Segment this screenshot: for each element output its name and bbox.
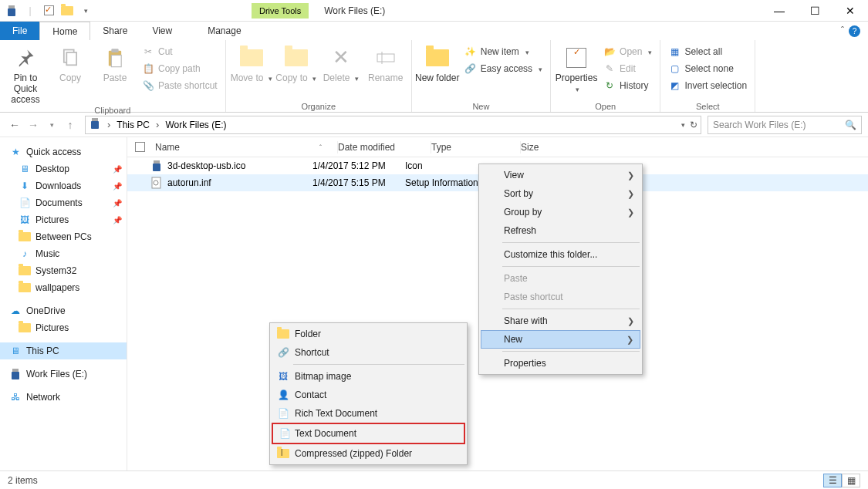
forward-button[interactable]: → (25, 116, 42, 133)
copy-to-button[interactable]: Copy to (274, 42, 319, 84)
ctx-paste-shortcut[interactable]: Paste shortcut (481, 288, 640, 306)
new-contact[interactable]: 👤Contact (272, 386, 465, 404)
cut-button[interactable]: ✂Cut (140, 44, 219, 59)
copy-path-icon: 📋 (142, 62, 154, 75)
maximize-button[interactable]: ☐ (797, 0, 833, 22)
new-submenu: Folder 🔗Shortcut 🖼Bitmap image 👤Contact … (269, 322, 468, 465)
column-name[interactable]: Nameˆ (152, 142, 337, 153)
column-type[interactable]: Type (431, 142, 520, 153)
drive-icon (89, 117, 101, 132)
sidebar-network[interactable]: 🖧Network (0, 389, 127, 406)
window-controls: — ☐ ✕ (762, 0, 868, 22)
tab-file[interactable]: File (0, 22, 39, 40)
help-icon[interactable]: ? (849, 25, 860, 37)
new-rtf[interactable]: 📄Rich Text Document (272, 404, 465, 423)
file-name: autorun.inf (167, 177, 211, 188)
history-button[interactable]: ↻History (602, 78, 654, 93)
select-none-button[interactable]: ▢Select none (667, 61, 748, 76)
thumbnails-view-button[interactable]: ▦ (842, 474, 860, 487)
sidebar-wallpapers[interactable]: wallpapers (0, 279, 127, 296)
edit-button[interactable]: ✎Edit (602, 61, 654, 76)
ctx-refresh[interactable]: Refresh (481, 221, 640, 240)
ctx-new[interactable]: New❯ (481, 330, 640, 349)
ctx-customize[interactable]: Customize this folder... (481, 245, 640, 264)
new-zip[interactable]: |Compressed (zipped) Folder (272, 444, 465, 463)
ctx-group-by[interactable]: Group by❯ (481, 203, 640, 221)
new-text-document[interactable]: 📄Text Document (273, 424, 464, 443)
ribbon-group-clipboard: Pin to Quick access Copy Paste ✂Cut 📋Cop… (0, 40, 226, 112)
sidebar-pictures[interactable]: 🖼Pictures📌 (0, 211, 127, 228)
ctx-view[interactable]: View❯ (481, 166, 640, 184)
search-input[interactable]: Search Work Files (E:) 🔍 (708, 116, 862, 134)
paste-button[interactable]: Paste (93, 42, 137, 84)
star-icon: ★ (9, 146, 22, 158)
folder-icon (19, 265, 31, 277)
pin-to-quick-access-button[interactable]: Pin to Quick access (3, 42, 48, 105)
sidebar-this-pc[interactable]: 🖥This PC (0, 342, 127, 359)
back-button[interactable]: ← (6, 116, 23, 133)
new-bitmap[interactable]: 🖼Bitmap image (272, 367, 465, 386)
details-view-button[interactable]: ☰ (823, 474, 842, 487)
pin-icon: 📌 (113, 165, 122, 174)
organize-group-label: Organize (229, 101, 408, 111)
window-title: Work Files (E:) (324, 5, 385, 16)
rename-button[interactable]: Rename (363, 42, 408, 84)
paste-icon (103, 46, 127, 70)
easy-access-button[interactable]: 🔗Easy access (463, 61, 544, 76)
sidebar-desktop[interactable]: 🖥Desktop📌 (0, 160, 127, 177)
refresh-button[interactable]: ↻ (690, 120, 697, 130)
sidebar-downloads[interactable]: ⬇Downloads📌 (0, 177, 127, 194)
column-date[interactable]: Date modified (338, 142, 431, 153)
new-folder-button[interactable]: New folder (415, 42, 460, 84)
sidebar-between-pcs[interactable]: Between PCs (0, 228, 127, 245)
sidebar-system32[interactable]: System32 (0, 262, 127, 279)
new-item-button[interactable]: ✨New item (463, 44, 544, 59)
new-folder[interactable]: Folder (272, 325, 465, 343)
open-button[interactable]: 📂Open (602, 44, 654, 59)
ribbon-collapse-icon[interactable]: ˆ (841, 25, 844, 36)
breadcrumb-drive[interactable]: Work Files (E:) (165, 120, 226, 130)
ctx-sort-by[interactable]: Sort by❯ (481, 184, 640, 203)
select-all-button[interactable]: ▦Select all (667, 44, 748, 59)
qat-new-folder-icon[interactable] (59, 2, 76, 19)
sidebar-music[interactable]: ♪Music (0, 245, 127, 262)
sidebar-onedrive[interactable]: ☁OneDrive (0, 302, 127, 319)
properties-button[interactable]: Properties (554, 42, 599, 95)
close-button[interactable]: ✕ (833, 0, 868, 22)
copy-path-button[interactable]: 📋Copy path (140, 61, 219, 76)
breadcrumb-this-pc[interactable]: This PC (117, 120, 150, 130)
minimize-button[interactable]: — (762, 0, 797, 22)
sidebar-onedrive-pictures[interactable]: Pictures (0, 319, 127, 336)
tab-share[interactable]: Share (90, 22, 140, 40)
statusbar: 2 items ☰ ▦ (0, 470, 868, 489)
qat-properties-icon[interactable] (40, 2, 57, 19)
move-to-button[interactable]: Move to (229, 42, 274, 84)
up-button[interactable]: ↑ (62, 116, 79, 133)
tab-view[interactable]: View (140, 22, 184, 40)
ctx-share-with[interactable]: Share with❯ (481, 312, 640, 330)
text-doc-icon: 📄 (278, 427, 292, 440)
sidebar-work-files[interactable]: Work Files (E:) (0, 366, 127, 383)
new-shortcut[interactable]: 🔗Shortcut (272, 343, 465, 362)
shortcut-icon: 🔗 (276, 346, 290, 359)
sidebar-documents[interactable]: 📄Documents📌 (0, 194, 127, 211)
copy-button[interactable]: Copy (48, 42, 93, 84)
rtf-icon: 📄 (276, 406, 290, 420)
ctx-properties[interactable]: Properties (481, 354, 640, 373)
invert-selection-button[interactable]: ◩Invert selection (667, 78, 748, 93)
sidebar-quick-access[interactable]: ★Quick access (0, 143, 127, 160)
file-pane: Nameˆ Date modified Type Size 3d-desktop… (127, 137, 868, 470)
tab-manage[interactable]: Manage (195, 22, 253, 40)
select-all-checkbox[interactable] (135, 142, 145, 152)
address-bar[interactable]: This PC Work Files (E:) ▾ ↻ (85, 116, 701, 134)
recent-locations-button[interactable]: ▾ (43, 116, 60, 133)
column-size[interactable]: Size (521, 142, 567, 153)
paste-shortcut-button[interactable]: 📎Paste shortcut (140, 78, 219, 93)
qat-dropdown[interactable]: ▾ (77, 2, 94, 19)
delete-button[interactable]: ✕ Delete (319, 42, 363, 84)
address-dropdown[interactable]: ▾ (681, 121, 685, 129)
search-icon: 🔍 (845, 120, 856, 130)
ctx-paste[interactable]: Paste (481, 269, 640, 288)
tab-home[interactable]: Home (39, 22, 90, 40)
music-icon: ♪ (19, 248, 31, 260)
